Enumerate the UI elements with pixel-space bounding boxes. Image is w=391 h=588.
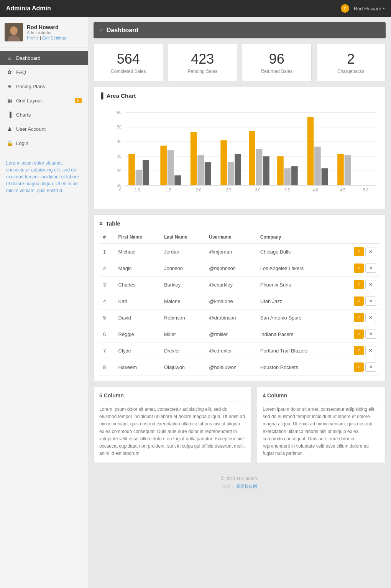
row-num: 1 [99, 243, 115, 260]
chart-area: 60 50 40 30 20 10 0 [111, 104, 380, 203]
svg-rect-34 [291, 166, 298, 185]
sidebar-item-grid-layout[interactable]: ▦ Grid Layout 5 [0, 94, 88, 108]
notification-badge[interactable]: 7 [341, 4, 349, 13]
table-col-header: First Name [115, 231, 160, 243]
row-company: Chicago Bulls [256, 243, 337, 260]
nav-label-grid-layout: Grid Layout [16, 98, 42, 104]
svg-text:10: 10 [117, 183, 122, 188]
main-content: ⌂ Dashboard 564 Completed Sales 423 Pend… [88, 17, 391, 588]
svg-text:60: 60 [117, 110, 122, 115]
sidebar-item-login[interactable]: 🔒 Login [0, 136, 88, 150]
svg-rect-39 [345, 155, 351, 186]
nav-icon-charts: ▐ [6, 112, 13, 118]
nav-label-charts: Charts [16, 112, 31, 118]
svg-point-3 [11, 26, 17, 33]
navbar-brand: Adminia Admin [6, 5, 51, 12]
sidebar-item-charts[interactable]: ▐ Charts [0, 108, 88, 122]
avatar [5, 23, 23, 41]
sidebar-item-faq[interactable]: ✿ FAQ [0, 65, 88, 79]
sidebar-lorem: Lorem ipsum dolor sit amet, consectetur … [0, 153, 88, 200]
sidebar: Rod Howard Administrator Profile | Edit … [0, 17, 88, 588]
row-num: 4 [99, 293, 115, 310]
footer-copyright: © 2014 Go Ideate. [101, 476, 378, 481]
row-company: Phoenix Suns [256, 277, 337, 293]
stat-number: 423 [173, 51, 233, 67]
svg-rect-24 [197, 155, 204, 186]
chart-title: Area Chart [107, 92, 136, 99]
row-username: @mjohnson [205, 260, 256, 277]
footer-source-label: 来源： [222, 484, 235, 489]
nav-icon-user-account: ♟ [6, 126, 13, 132]
cancel-button[interactable]: ✕ [365, 329, 376, 339]
cancel-button[interactable]: ✕ [365, 346, 376, 355]
table-col-header [337, 231, 380, 243]
row-last-name: Jordan [160, 243, 205, 260]
row-first-name: Karl [115, 293, 160, 310]
chart-header: ▐ Area Chart [99, 92, 380, 99]
confirm-button[interactable]: ✓ [354, 346, 364, 355]
svg-text:3.0: 3.0 [255, 188, 260, 192]
footer-source-link[interactable]: 我爱模板网 [236, 484, 257, 489]
profile-links: Profile | Edit Settings [27, 36, 66, 40]
row-num: 7 [99, 343, 115, 359]
sidebar-item-pricing-plans[interactable]: ≡ Pricing Plans [0, 79, 88, 94]
confirm-button[interactable]: ✓ [354, 362, 364, 372]
svg-rect-17 [128, 154, 135, 185]
cancel-button[interactable]: ✕ [365, 280, 376, 289]
stat-label: Completed Sales [99, 69, 158, 74]
svg-rect-18 [136, 170, 142, 185]
footer-source: 来源： 我爱模板网 [101, 484, 378, 489]
svg-rect-37 [322, 168, 328, 185]
table-row: 2 Magic Johnson @mjohnson Los Angeles La… [99, 260, 380, 277]
sidebar-item-dashboard[interactable]: ⌂ Dashboard [0, 51, 88, 65]
svg-text:1.5: 1.5 [166, 188, 171, 192]
cancel-button[interactable]: ✕ [365, 362, 376, 372]
nav-label-dashboard: Dashboard [16, 55, 41, 61]
cancel-button[interactable]: ✕ [365, 264, 376, 273]
confirm-button[interactable]: ✓ [354, 247, 364, 256]
row-actions: ✓ ✕ [337, 277, 380, 293]
nav-icon-pricing-plans: ≡ [6, 83, 13, 89]
chart-icon: ▐ [99, 92, 104, 99]
svg-text:30: 30 [117, 154, 122, 158]
row-actions: ✓ ✕ [337, 243, 380, 260]
navbar-user[interactable]: Rod Howard ▾ [354, 6, 385, 12]
confirm-button[interactable]: ✓ [354, 264, 364, 273]
row-num: 2 [99, 260, 115, 277]
row-last-name: Johnson [160, 260, 205, 277]
profile-link[interactable]: Profile [27, 36, 39, 40]
svg-rect-29 [249, 131, 255, 185]
svg-rect-26 [220, 140, 227, 185]
table-row: 7 Clyde Drexler @cdrexler Portland Trail… [99, 343, 380, 359]
cancel-button[interactable]: ✕ [365, 313, 376, 322]
confirm-button[interactable]: ✓ [354, 313, 364, 322]
svg-text:2.5: 2.5 [226, 188, 232, 192]
svg-rect-21 [168, 150, 174, 185]
navbar-right: 7 Rod Howard ▾ [341, 4, 385, 13]
stat-card: 96 Returned Sales [242, 44, 312, 81]
five-column-box: 5 Column Lorem ipsum dolor sit amet, con… [94, 387, 251, 463]
table-icon: ≡ [99, 220, 103, 227]
four-column-box: 4 Column Lorem ipsum dolor sit amet, con… [257, 387, 386, 463]
five-column-title: 5 Column [99, 392, 246, 402]
svg-text:4.0: 4.0 [313, 188, 318, 192]
stat-label: Chargebacks [321, 69, 381, 74]
profile-role: Administrator [27, 30, 66, 35]
cancel-button[interactable]: ✕ [365, 296, 376, 306]
data-table: #First NameLast NameUsernameCompany 1 Mi… [99, 231, 380, 376]
confirm-button[interactable]: ✓ [354, 296, 364, 306]
row-username: @cbarkley [205, 277, 256, 293]
sidebar-item-user-account[interactable]: ♟ User Account [0, 122, 88, 136]
row-num: 6 [99, 326, 115, 343]
table-title: Table [106, 220, 120, 227]
navbar-dropdown-arrow: ▾ [383, 7, 385, 10]
page-title: Dashboard [107, 27, 139, 34]
row-last-name: Olajuwon [160, 359, 205, 376]
nav-label-pricing-plans: Pricing Plans [16, 84, 45, 89]
dashboard-icon: ⌂ [100, 27, 104, 34]
confirm-button[interactable]: ✓ [354, 280, 364, 289]
cancel-button[interactable]: ✕ [365, 247, 376, 256]
confirm-button[interactable]: ✓ [354, 329, 364, 339]
edit-settings-link[interactable]: Edit Settings [42, 36, 66, 40]
nav-label-faq: FAQ [16, 69, 26, 75]
